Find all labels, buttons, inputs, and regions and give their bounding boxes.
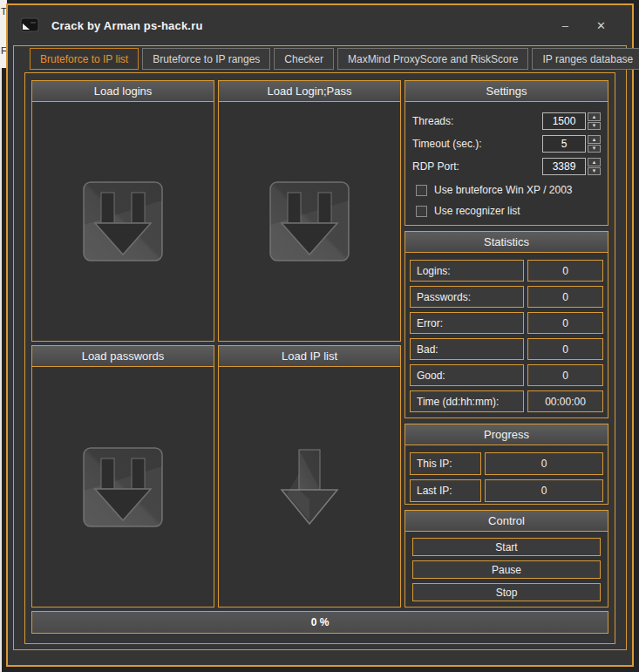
logins-value: 0 [527,260,603,282]
bruteforce-xp-label: Use bruteforce Win XP / 2003 [434,184,573,196]
background-window-edge [0,0,2,672]
tab-checker[interactable]: Checker [274,48,334,70]
tab-ip-ranges-database[interactable]: IP ranges database [532,48,639,70]
right-column: Settings Threads: 1500 ▲ ▼ [404,80,608,608]
settings-panel-title: Settings [405,81,608,102]
spin-up-icon[interactable]: ▲ [588,135,601,144]
load-passwords-button[interactable]: Load passwords [32,346,214,367]
good-label: Good: [410,364,524,386]
bad-label: Bad: [410,338,524,360]
overall-progress-bar: 0 % [31,611,608,634]
download-arrow-icon [275,447,344,527]
start-button[interactable]: Start [412,538,601,556]
timeout-stepper: ▲ ▼ [588,135,601,153]
spin-down-icon[interactable]: ▼ [588,122,601,131]
recognizer-list-checkbox[interactable] [416,206,427,217]
timeout-input[interactable]: 5 [542,135,586,153]
good-value: 0 [527,364,603,386]
control-panel-title: Control [405,511,608,532]
load-logins-button[interactable]: Load logins [32,81,214,102]
passwords-label: Passwords: [410,286,524,308]
stat-row-time: Time (dd:hh:mm): 00:00:00 [410,390,603,412]
spin-down-icon[interactable]: ▼ [588,145,601,153]
tab-maxmind[interactable]: MaxMind ProxyScore and RiskScore [337,48,528,70]
load-passwords-drop-area[interactable] [32,367,214,607]
load-login-pass-drop-area[interactable] [219,102,400,341]
stat-row-passwords: Passwords: 0 [410,286,603,308]
recognizer-list-row: Use recognizer list [416,201,601,221]
load-passwords-panel: Load passwords [31,345,214,608]
error-value: 0 [527,312,603,334]
statistics-panel-title: Statistics [405,232,608,253]
tab-bruteforce-ip-ranges[interactable]: Bruteforce to IP ranges [142,48,270,70]
app-window: Crack by Arman ps-hack.ru – ✕ Bruteforce… [6,3,634,667]
threads-row: Threads: 1500 ▲ ▼ [412,112,601,130]
recognizer-list-label: Use recognizer list [434,205,520,217]
load-ip-list-panel: Load IP list [218,345,401,608]
progress-percent-label: 0 % [311,616,330,628]
this-ip-value: 0 [485,452,603,475]
progress-row-this-ip: This IP: 0 [410,452,603,475]
statistics-panel: Statistics Logins: 0 Passwords: 0 [404,231,608,418]
tab-bruteforce-ip-list[interactable]: Bruteforce to IP list [30,48,139,70]
bad-value: 0 [527,338,603,360]
timeout-row: Timeout (sec.): 5 ▲ ▼ [412,135,601,153]
rdp-port-row: RDP Port: 3389 ▲ ▼ [412,158,601,175]
this-ip-label: This IP: [410,452,481,475]
time-value: 00:00:00 [527,390,603,412]
load-ip-list-button[interactable]: Load IP list [219,346,400,367]
progress-panel-title: Progress [405,424,608,445]
titlebar: Crack by Arman ps-hack.ru – ✕ [8,5,632,45]
passwords-value: 0 [527,286,603,308]
threads-stepper: ▲ ▼ [588,112,601,130]
load-logins-panel: Load logins [31,80,214,342]
last-ip-value: 0 [485,479,603,502]
progress-row-last-ip: Last IP: 0 [410,479,603,502]
stat-row-error: Error: 0 [410,312,603,334]
time-label: Time (dd:hh:mm): [410,390,524,412]
load-ip-list-drop-area[interactable] [219,367,400,607]
tab-bar: Bruteforce to IP list Bruteforce to IP r… [14,48,626,70]
download-square-icon [81,180,165,263]
pause-button[interactable]: Pause [412,560,601,579]
stat-row-bad: Bad: 0 [410,338,603,360]
bruteforce-xp-checkbox[interactable] [416,185,427,196]
logins-label: Logins: [410,260,524,282]
close-button[interactable]: ✕ [593,18,609,33]
window-title: Crack by Arman ps-hack.ru [51,19,203,32]
rdp-port-label: RDP Port: [412,160,459,173]
progress-panel: Progress This IP: 0 Last IP: 0 [404,424,608,505]
rdp-port-input[interactable]: 3389 [542,158,586,175]
spin-up-icon[interactable]: ▲ [588,112,601,121]
settings-panel: Settings Threads: 1500 ▲ ▼ [404,80,608,226]
bruteforce-xp-row: Use bruteforce Win XP / 2003 [416,180,601,200]
load-panels-grid: Load logins Load Login;Pass Load passwor… [31,80,401,608]
load-login-pass-panel: Load Login;Pass [218,80,401,342]
download-square-icon [268,180,351,263]
rdp-port-stepper: ▲ ▼ [588,158,601,175]
last-ip-label: Last IP: [410,479,481,502]
timeout-label: Timeout (sec.): [412,138,482,150]
control-panel: Control Start Pause Stop [404,510,608,608]
spin-down-icon[interactable]: ▼ [588,167,601,176]
minimize-button[interactable]: – [559,18,572,33]
app-icon [20,17,39,33]
load-login-pass-button[interactable]: Load Login;Pass [219,81,400,102]
spin-up-icon[interactable]: ▲ [588,158,601,166]
main-group-box: Bruteforce to IP list Bruteforce to IP r… [13,45,627,650]
load-logins-drop-area[interactable] [32,102,214,341]
stat-row-good: Good: 0 [410,364,603,386]
stop-button[interactable]: Stop [412,583,601,601]
stat-row-logins: Logins: 0 [410,260,603,282]
download-square-icon [81,445,165,529]
threads-input[interactable]: 1500 [542,112,586,130]
error-label: Error: [410,312,524,334]
content-container: Load logins Load Login;Pass Load passwor… [24,72,615,644]
threads-label: Threads: [412,115,453,127]
